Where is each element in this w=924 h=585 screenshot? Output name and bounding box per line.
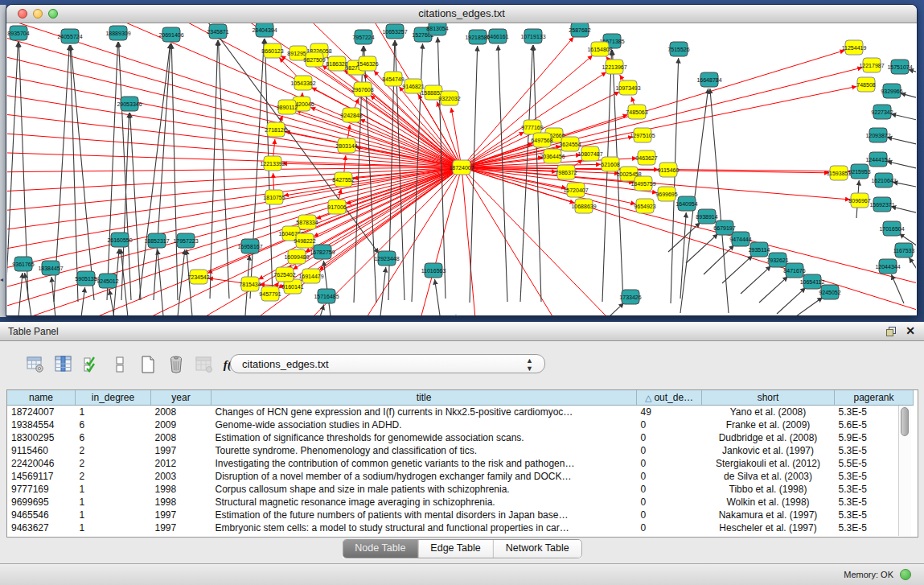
table-cell[interactable]: 2 xyxy=(76,470,151,483)
table-cell[interactable]: 49 xyxy=(637,406,702,419)
table-row[interactable]: 1872400712008Changes of HCN gene express… xyxy=(7,406,914,419)
network-canvas[interactable]: 1872400789357042405572418889309206914062… xyxy=(7,23,916,315)
table-row[interactable]: 969969511998Structural magnetic resonanc… xyxy=(7,496,914,509)
table-cell[interactable]: 1997 xyxy=(151,444,211,457)
table-cell[interactable]: Changes of HCN gene expression and I(f) … xyxy=(211,406,637,419)
table-cell[interactable]: Genome-wide association studies in ADHD. xyxy=(211,418,637,431)
table-cell[interactable]: Estimation of significance thresholds fo… xyxy=(211,431,637,444)
table-row[interactable]: 1938455462009Genome-wide association stu… xyxy=(7,418,914,431)
table-cell[interactable]: 2 xyxy=(76,457,151,470)
table-row[interactable]: 2242004622012Investigating the contribut… xyxy=(7,457,914,470)
table-cell[interactable]: Hescheler et al. (1997) xyxy=(702,521,835,534)
citation-network-graph[interactable]: 1872400789357042405572418889309206914062… xyxy=(7,23,916,315)
new-table-icon[interactable] xyxy=(137,353,159,376)
column-header-in_degree[interactable]: in_degree xyxy=(76,390,151,406)
column-header-year[interactable]: year xyxy=(151,390,211,406)
table-cell[interactable]: 1 xyxy=(76,406,151,419)
table-cell[interactable]: Wolkin et al. (1998) xyxy=(702,496,835,509)
table-cell[interactable]: 9463627 xyxy=(7,521,76,534)
column-header-name[interactable]: name xyxy=(7,390,76,406)
table-cell[interactable]: 1 xyxy=(76,509,151,521)
table-cell[interactable]: 0 xyxy=(637,483,702,496)
table-row[interactable]: 1456911722003Disruption of a novel membe… xyxy=(7,470,914,483)
table-cell[interactable]: de Silva et al. (2003) xyxy=(702,470,835,483)
table-cell[interactable]: 0 xyxy=(637,457,702,470)
tab-edge-table[interactable]: Edge Table xyxy=(418,540,493,558)
table-cell[interactable]: Disruption of a novel member of a sodium… xyxy=(211,470,637,483)
table-cell[interactable]: 9699695 xyxy=(7,496,76,509)
node-table[interactable]: namein_degreeyeartitle△out_de…shortpager… xyxy=(6,389,918,538)
table-cell[interactable]: 9777169 xyxy=(7,483,76,496)
table-cell[interactable]: 6 xyxy=(76,418,151,431)
table-cell[interactable]: 18300295 xyxy=(7,431,76,444)
tab-network-table[interactable]: Network Table xyxy=(494,540,581,558)
table-cell[interactable]: 22420046 xyxy=(7,457,76,470)
table-row[interactable]: 946554611997Estimation of the future num… xyxy=(7,509,914,521)
table-cell[interactable]: Nakamura et al. (1997) xyxy=(702,509,835,521)
table-cell[interactable]: 1997 xyxy=(151,521,211,534)
scrollbar-thumb[interactable] xyxy=(901,407,909,436)
table-cell[interactable]: 1997 xyxy=(151,509,211,521)
table-cell[interactable]: 19384554 xyxy=(7,418,76,431)
table-cell[interactable]: 1 xyxy=(76,521,151,534)
table-row[interactable]: 911546021997Tourette syndrome. Phenomeno… xyxy=(7,444,914,457)
table-cell[interactable]: 1998 xyxy=(151,483,211,496)
table-cell[interactable]: Embryonic stem cells: a model to study s… xyxy=(211,521,637,534)
column-header-short[interactable]: short xyxy=(702,390,835,406)
table-row[interactable]: 946362711997Embryonic stem cells: a mode… xyxy=(7,521,914,534)
table-cell[interactable]: 1998 xyxy=(151,496,211,509)
float-panel-icon[interactable] xyxy=(885,326,897,337)
table-cell[interactable]: 0 xyxy=(637,470,702,483)
table-cell[interactable]: Corpus callosum shape and size in male p… xyxy=(211,483,637,496)
table-cell[interactable]: 2003 xyxy=(151,470,211,483)
table-cell[interactable]: Tibbo et al. (1998) xyxy=(702,483,835,496)
pane-split-grip[interactable]: ⌃ xyxy=(453,314,459,321)
select-all-rows-icon[interactable] xyxy=(80,353,103,376)
table-cell[interactable]: 0 xyxy=(637,521,702,534)
table-cell[interactable]: 0 xyxy=(637,509,702,521)
table-cell[interactable]: 2012 xyxy=(151,457,211,470)
table-cell[interactable]: 2009 xyxy=(151,418,211,431)
table-cell[interactable]: Investigating the contribution of common… xyxy=(211,457,637,470)
network-window-titlebar[interactable]: citations_edges.txt xyxy=(6,5,917,23)
close-panel-icon[interactable]: ✕ xyxy=(906,324,915,337)
tab-node-table[interactable]: Node Table xyxy=(343,540,418,558)
column-header-pagerank[interactable]: pagerank xyxy=(835,390,914,406)
table-cell[interactable]: Jankovic et al. (1997) xyxy=(702,444,835,457)
delete-table-icon[interactable] xyxy=(165,353,187,376)
table-cell[interactable]: 0 xyxy=(637,418,702,431)
table-cell[interactable]: Tourette syndrome. Phenomenology and cla… xyxy=(211,444,637,457)
table-cell[interactable]: 0 xyxy=(637,444,702,457)
table-cell[interactable]: 0 xyxy=(637,496,702,509)
memory-status-indicator[interactable] xyxy=(900,569,911,580)
table-cell[interactable]: 1 xyxy=(76,496,151,509)
table-cell[interactable]: 1 xyxy=(76,483,151,496)
collapse-left-arrow-icon[interactable]: ◂ xyxy=(0,277,3,283)
import-table-icon[interactable] xyxy=(193,353,216,376)
table-cell[interactable]: Estimation of the future numbers of pati… xyxy=(211,509,637,521)
control-panel-splitter[interactable]: ◂ xyxy=(0,5,6,317)
table-cell[interactable]: Yano et al. (2008) xyxy=(702,406,835,419)
table-cell[interactable]: 2008 xyxy=(151,406,211,419)
column-header-title[interactable]: title xyxy=(211,390,637,406)
deselect-rows-icon[interactable] xyxy=(109,353,131,376)
table-cell[interactable]: 6 xyxy=(76,431,151,444)
table-cell[interactable]: 2 xyxy=(76,444,151,457)
table-cell[interactable]: 0 xyxy=(637,431,702,444)
table-cell[interactable]: Dudbridge et al. (2008) xyxy=(702,431,835,444)
table-vertical-scrollbar[interactable] xyxy=(898,406,911,536)
table-cell[interactable]: 9465546 xyxy=(7,509,76,521)
column-header-out_de[interactable]: △out_de… xyxy=(637,390,702,406)
table-cell[interactable]: 9115460 xyxy=(7,444,76,457)
table-cell[interactable]: Stergiakouli et al. (2012) xyxy=(702,457,835,470)
table-cell[interactable]: 2008 xyxy=(151,431,211,444)
table-cell[interactable]: Structural magnetic resonance image aver… xyxy=(211,496,637,509)
table-row[interactable]: 977716911998Corpus callosum shape and si… xyxy=(7,483,914,496)
table-row[interactable]: 1830029562008Estimation of significance … xyxy=(7,431,914,444)
table-selector-dropdown[interactable]: citations_edges.txt ▲▼ xyxy=(230,354,545,373)
table-cell[interactable]: Franke et al. (2009) xyxy=(702,418,835,431)
table-settings-icon[interactable] xyxy=(24,353,47,376)
table-cell[interactable]: 14569117 xyxy=(7,470,76,483)
select-column-icon[interactable] xyxy=(52,353,75,376)
table-cell[interactable]: 18724007 xyxy=(7,406,76,419)
